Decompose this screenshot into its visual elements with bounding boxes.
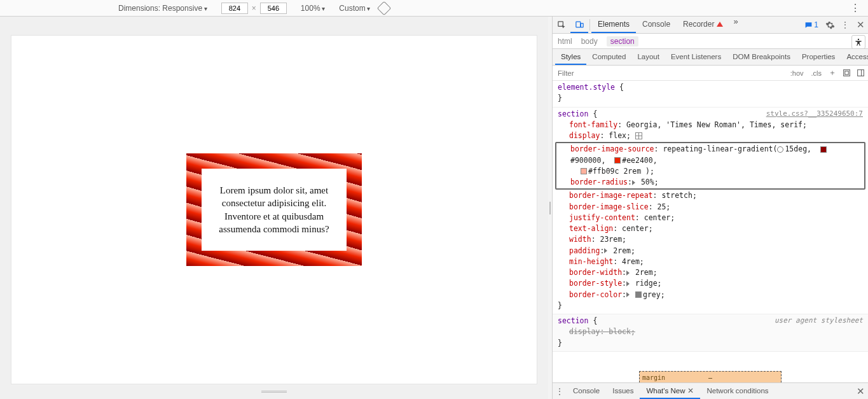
settings-gear-icon[interactable] (822, 17, 837, 33)
tab-console[interactable]: Console (636, 17, 677, 33)
color-swatch-grey[interactable] (635, 291, 642, 298)
rendered-viewport[interactable]: Lorem ipsum dolor sit, amet consectetur … (11, 36, 537, 384)
angle-swatch-icon[interactable] (777, 146, 783, 153)
subtab-accessibility[interactable]: Accessibility (841, 49, 868, 65)
drawer-tab-issues[interactable]: Issues (606, 383, 640, 399)
selector-ua-section: section (558, 316, 588, 325)
device-mode-icon[interactable] (570, 17, 588, 33)
highlighted-declarations: border-image-source: repeating-linear-gr… (555, 142, 865, 190)
cls-toggle[interactable]: .cls (809, 69, 824, 77)
accessibility-badge-icon[interactable] (851, 35, 865, 49)
new-style-rule-icon[interactable]: ＋ (827, 68, 837, 78)
viewport-width-input[interactable] (221, 3, 248, 14)
box-model-diagram[interactable]: margin – – – – border 32 32 32 32 padd (553, 352, 868, 382)
subtab-computed[interactable]: Computed (586, 49, 631, 65)
viewport-height-input[interactable] (260, 3, 287, 14)
close-tab-icon[interactable]: ✕ (685, 386, 694, 395)
subtab-event-listeners[interactable]: Event Listeners (665, 49, 727, 65)
styles-body[interactable]: element.style { } style.css?__335249650:… (553, 81, 868, 382)
subtab-dom-breakpoints[interactable]: DOM Breakpoints (727, 49, 796, 65)
breadcrumb-body[interactable]: body (581, 37, 598, 46)
subtab-styles[interactable]: Styles (555, 49, 586, 65)
subtab-properties[interactable]: Properties (796, 49, 841, 65)
svg-rect-6 (857, 70, 864, 76)
throttle-dropdown[interactable]: Custom (339, 4, 370, 13)
expand-shorthand-icon[interactable] (626, 270, 630, 276)
ua-stylesheet-label: user agent stylesheet (775, 316, 863, 326)
drawer-tab-console[interactable]: Console (567, 383, 606, 399)
devtools-panel: Elements Console Recorder » 1 ⋮ ✕ html b… (552, 17, 868, 399)
devtools-menu-icon[interactable]: ⋮ (837, 17, 853, 33)
styles-subtabs: Styles Computed Layout Event Listeners D… (553, 49, 868, 66)
main-split: Lorem ipsum dolor sit, amet consectetur … (0, 17, 868, 399)
zoom-dropdown[interactable]: 100% (301, 4, 325, 13)
selector-section: section (558, 109, 588, 118)
svg-rect-5 (844, 71, 848, 74)
color-swatch-1[interactable] (820, 146, 827, 153)
expand-shorthand-icon[interactable] (632, 180, 635, 185)
more-tabs[interactable]: » (729, 17, 741, 33)
rule-ua-section[interactable]: user agent stylesheet section { display:… (553, 314, 868, 352)
color-swatch-2[interactable] (614, 157, 621, 164)
dom-breadcrumb: html body section (553, 34, 868, 49)
svg-rect-2 (581, 23, 583, 27)
devtools-tabstrip: Elements Console Recorder » 1 ⋮ ✕ (553, 17, 868, 34)
viewport-wrap: Lorem ipsum dolor sit, amet consectetur … (0, 17, 548, 399)
bm-margin-label: margin (642, 373, 665, 382)
subtab-layout[interactable]: Layout (631, 49, 665, 65)
toggle-sidebar-icon[interactable] (855, 68, 865, 78)
close-devtools-icon[interactable]: ✕ (853, 17, 868, 33)
expand-shorthand-icon[interactable] (626, 281, 630, 286)
drawer-tabstrip: ⋮ Console Issues What's New✕ Network con… (553, 382, 868, 399)
close-drawer-icon[interactable]: ✕ (853, 383, 868, 399)
viewport-resize-handle[interactable] (11, 384, 537, 393)
rule-section[interactable]: style.css?__335249650:7 section { font-f… (553, 108, 868, 315)
drawer-tab-whats-new[interactable]: What's New✕ (640, 383, 700, 399)
dimension-separator: × (252, 4, 256, 13)
styles-filter-input[interactable] (555, 69, 785, 78)
computed-reveal-icon[interactable] (841, 68, 851, 78)
svg-point-3 (858, 39, 859, 40)
messages-indicator[interactable]: 1 (801, 17, 822, 33)
svg-rect-4 (843, 70, 850, 76)
breadcrumb-section[interactable]: section (607, 36, 638, 46)
drawer-tab-network-conditions[interactable]: Network conditions (700, 383, 775, 399)
device-toolbar: Dimensions: Responsive × 100% Custom ⋮ (0, 0, 868, 17)
dimensions-dropdown[interactable]: Dimensions: Responsive (118, 4, 207, 13)
expand-shorthand-icon[interactable] (626, 292, 630, 297)
svg-rect-1 (575, 22, 580, 27)
beta-icon (717, 22, 723, 27)
expand-shorthand-icon[interactable] (604, 248, 607, 253)
tab-elements[interactable]: Elements (591, 17, 636, 33)
page-section[interactable]: Lorem ipsum dolor sit, amet consectetur … (186, 153, 362, 266)
device-toolbar-menu-icon[interactable]: ⋮ (846, 2, 864, 14)
flex-editor-icon[interactable] (635, 132, 642, 139)
inspect-icon[interactable] (553, 17, 570, 33)
rule-element-style[interactable]: element.style { } (553, 81, 868, 108)
tab-recorder[interactable]: Recorder (677, 17, 729, 33)
source-link[interactable]: style.css?__335249650:7 (766, 109, 863, 120)
rotate-icon[interactable] (377, 1, 392, 15)
breadcrumb-html[interactable]: html (558, 37, 572, 46)
styles-filter-row: :hov .cls ＋ (553, 66, 868, 81)
section-text: Lorem ipsum dolor sit, amet consectetur … (217, 184, 331, 235)
hov-toggle[interactable]: :hov (789, 69, 806, 77)
color-swatch-3[interactable] (581, 168, 587, 174)
selector-element-style: element.style (558, 83, 615, 92)
drawer-menu-icon[interactable]: ⋮ (553, 383, 567, 399)
